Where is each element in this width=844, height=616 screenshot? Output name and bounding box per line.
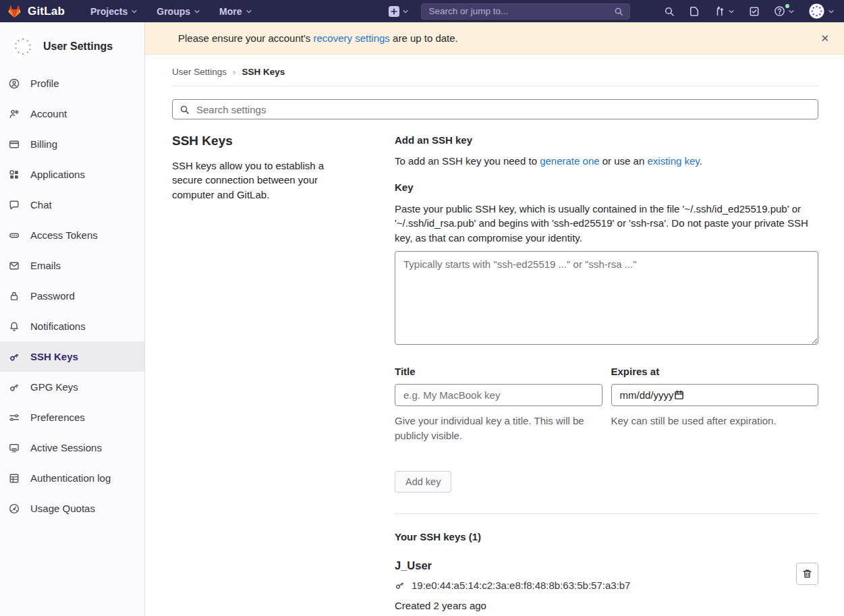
sidebar-item-access-tokens[interactable]: Access Tokens — [0, 220, 144, 250]
page-description: SSH keys allow you to establish a secure… — [172, 159, 354, 202]
sidebar-item-applications[interactable]: Applications — [0, 159, 144, 190]
gauge-icon — [9, 503, 20, 514]
brand-name: GitLab — [28, 5, 65, 18]
sidebar-item-notifications[interactable]: Notifications — [0, 311, 144, 341]
intro-text: To add an SSH key you need to — [395, 155, 540, 167]
sliders-icon — [9, 412, 20, 423]
ssh-key-created: Created 2 years ago — [395, 600, 785, 611]
sidebar-item-label: Password — [30, 290, 75, 302]
alert-text-before: Please ensure your account's — [178, 32, 313, 44]
ssh-key-fingerprint-row: 19:e0:44:a5:14:c2:3a:e8:f8:48:8b:63:5b:5… — [395, 580, 785, 591]
page-title: SSH Keys — [172, 134, 354, 148]
delete-key-button[interactable] — [796, 563, 818, 585]
envelope-icon — [9, 260, 20, 271]
sidebar-item-gpg-keys[interactable]: GPG Keys — [0, 372, 144, 402]
lock-icon — [9, 291, 20, 302]
todos-icon[interactable] — [749, 6, 760, 17]
settings-search[interactable] — [172, 99, 818, 119]
section-info: SSH Keys SSH keys allow you to establish… — [172, 134, 354, 616]
issues-icon[interactable] — [689, 6, 700, 17]
gitlab-logo[interactable]: GitLab — [7, 4, 65, 19]
sidebar-item-label: Authentication log — [30, 472, 111, 484]
nav-groups[interactable]: Groups — [148, 0, 208, 22]
sidebar-item-label: Profile — [30, 78, 59, 89]
sidebar-header: User Settings — [0, 26, 144, 68]
key-field-help: Paste your public SSH key, which is usua… — [395, 202, 818, 245]
sidebar-item-active-sessions[interactable]: Active Sessions — [0, 432, 144, 463]
expires-field-label: Expires at — [611, 366, 819, 377]
generate-one-link[interactable]: generate one — [540, 155, 599, 167]
add-ssh-key-intro: To add an SSH key you need to generate o… — [395, 155, 818, 167]
sidebar-item-preferences[interactable]: Preferences — [0, 402, 144, 432]
merge-requests-icon[interactable] — [714, 6, 735, 17]
sidebar-item-authentication-log[interactable]: Authentication log — [0, 463, 144, 493]
user-menu[interactable] — [809, 3, 835, 19]
sidebar-item-label: Applications — [30, 169, 85, 180]
sidebar-item-label: Notifications — [30, 320, 86, 332]
search-icon[interactable] — [664, 6, 675, 17]
chevron-down-icon — [194, 8, 200, 15]
recovery-settings-alert: Please ensure your account's recovery se… — [145, 22, 844, 55]
nav-projects-label: Projects — [90, 6, 128, 17]
sidebar-item-label: Preferences — [30, 412, 85, 423]
ssh-key-list-item: J_User 19:e0:44:a5:14:c2:3a:e8:f8:48:8b:… — [395, 559, 818, 616]
credit-card-icon — [9, 139, 20, 150]
nav-groups-label: Groups — [157, 6, 190, 17]
sidebar-item-emails[interactable]: Emails — [0, 250, 144, 281]
title-field-help: Give your individual key a title. This w… — [395, 414, 602, 443]
ssh-key-textarea[interactable] — [395, 251, 818, 345]
user-avatar — [11, 34, 35, 59]
ssh-key-title: J_User — [395, 559, 785, 572]
recovery-settings-link[interactable]: recovery settings — [313, 32, 389, 44]
sidebar-item-profile[interactable]: Profile — [0, 68, 144, 99]
top-navbar: GitLab Projects Groups More — [0, 0, 844, 22]
alert-text-after: are up to date. — [390, 32, 458, 44]
settings-search-input[interactable] — [195, 103, 811, 116]
alert-close-button[interactable]: ✕ — [815, 22, 835, 54]
sidebar-item-ssh-keys[interactable]: SSH Keys — [0, 341, 144, 372]
sidebar-title: User Settings — [43, 40, 113, 53]
sidebar-item-label: Active Sessions — [30, 442, 102, 453]
sidebar-item-account[interactable]: Account — [0, 99, 144, 129]
main-content: Please ensure your account's recovery se… — [145, 22, 844, 616]
existing-key-link[interactable]: existing key — [647, 155, 699, 167]
new-menu-button[interactable] — [389, 6, 409, 17]
monitor-icon — [9, 443, 20, 453]
expires-at-date-input[interactable]: mm/dd/yyyy — [611, 384, 819, 406]
help-menu[interactable] — [774, 5, 795, 17]
account-icon — [9, 109, 20, 119]
date-placeholder: mm/dd/yyyy — [620, 389, 674, 401]
add-key-button[interactable]: Add key — [395, 471, 451, 493]
sidebar-nav: Profile Account Billing Applications Cha… — [0, 68, 144, 524]
sidebar-item-password[interactable]: Password — [0, 281, 144, 311]
plus-square-icon — [389, 6, 399, 17]
chevron-down-icon — [402, 8, 409, 15]
chat-bubble-icon — [9, 200, 20, 211]
bell-icon — [9, 321, 20, 332]
key-icon — [9, 352, 20, 362]
sidebar-item-label: Account — [30, 108, 67, 119]
sidebar-item-chat[interactable]: Chat — [0, 190, 144, 220]
settings-sidebar: User Settings Profile Account Billing Ap… — [0, 22, 145, 616]
sidebar-item-label: GPG Keys — [30, 381, 78, 393]
global-search[interactable] — [421, 3, 630, 20]
sidebar-item-usage-quotas[interactable]: Usage Quotas — [0, 493, 144, 524]
intro-text: or use an — [600, 155, 648, 167]
breadcrumb-user-settings[interactable]: User Settings — [172, 67, 227, 77]
trash-icon — [802, 569, 812, 579]
calendar-icon[interactable] — [674, 390, 684, 400]
key-title-input[interactable] — [395, 384, 602, 406]
token-icon — [9, 230, 20, 241]
sidebar-item-label: Emails — [30, 260, 61, 271]
global-search-input[interactable] — [428, 5, 614, 17]
key-icon — [9, 382, 20, 393]
sidebar-item-label: SSH Keys — [30, 351, 78, 362]
title-field-label: Title — [395, 366, 602, 377]
chevron-down-icon — [728, 8, 735, 15]
sidebar-item-billing[interactable]: Billing — [0, 129, 144, 159]
nav-more[interactable]: More — [211, 0, 260, 22]
nav-projects[interactable]: Projects — [82, 0, 146, 22]
grid-icon — [9, 169, 20, 180]
chevron-down-icon — [788, 8, 795, 15]
avatar — [809, 3, 824, 19]
